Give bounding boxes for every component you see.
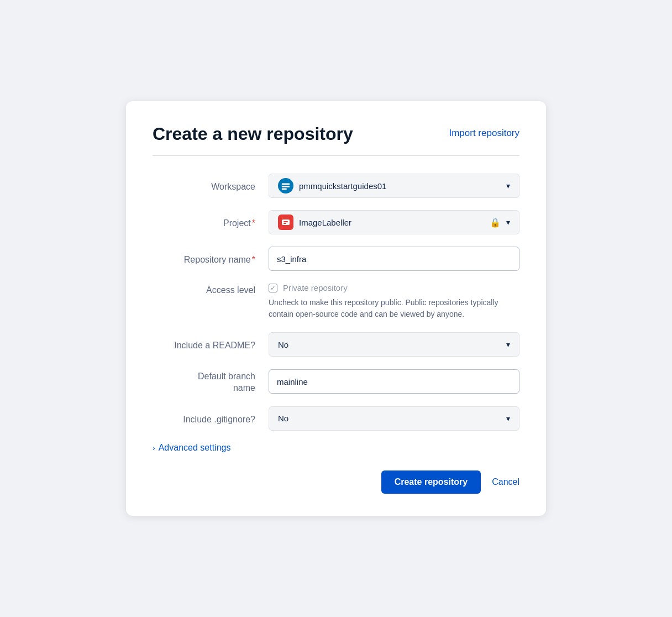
- access-level-control: ✓ Private repository Uncheck to make thi…: [269, 283, 519, 320]
- workspace-value: pmmquickstartguides01: [299, 181, 504, 191]
- private-repo-checkbox[interactable]: ✓: [269, 284, 277, 292]
- default-branch-label: Default branchname: [153, 369, 269, 394]
- svg-rect-4: [284, 221, 288, 222]
- footer-buttons: Create repository Cancel: [153, 470, 519, 494]
- workspace-select[interactable]: pmmquickstartguides01 ▾: [269, 174, 519, 198]
- svg-rect-1: [282, 186, 290, 187]
- private-repo-label: Private repository: [283, 283, 348, 292]
- cancel-button[interactable]: Cancel: [492, 477, 519, 487]
- include-gitignore-control: No ▾: [269, 406, 519, 431]
- svg-rect-5: [284, 223, 286, 224]
- repository-name-input[interactable]: [269, 247, 519, 271]
- workspace-icon: [278, 178, 293, 194]
- advanced-settings-label: Advanced settings: [159, 443, 231, 453]
- project-svg-icon: [281, 217, 291, 227]
- access-level-content: ✓ Private repository Uncheck to make thi…: [269, 283, 519, 320]
- svg-rect-2: [282, 189, 287, 190]
- include-gitignore-chevron-icon: ▾: [506, 414, 510, 423]
- default-branch-control: [269, 369, 519, 394]
- include-gitignore-select[interactable]: No ▾: [269, 406, 519, 431]
- project-icon: [278, 215, 293, 230]
- project-control: ImageLabeller 🔒 ▾: [269, 210, 519, 234]
- page-title: Create a new repository: [153, 123, 353, 144]
- access-level-inner-row: ✓ Private repository: [269, 283, 519, 292]
- create-repository-button[interactable]: Create repository: [381, 470, 481, 494]
- workspace-chevron-icon: ▾: [506, 181, 510, 190]
- project-chevron-icon: ▾: [506, 218, 510, 227]
- svg-rect-0: [282, 184, 290, 185]
- dialog-header: Create a new repository Import repositor…: [153, 123, 519, 144]
- access-description-text: Uncheck to make this repository public. …: [269, 297, 506, 320]
- workspace-control: pmmquickstartguides01 ▾: [269, 174, 519, 198]
- project-select[interactable]: ImageLabeller 🔒 ▾: [269, 210, 519, 234]
- include-readme-chevron-icon: ▾: [506, 340, 510, 349]
- access-level-row: Access level ✓ Private repository Unchec…: [153, 283, 519, 320]
- include-gitignore-row: Include .gitignore? No ▾: [153, 406, 519, 431]
- workspace-svg-icon: [281, 181, 291, 191]
- project-value: ImageLabeller: [299, 218, 490, 227]
- import-repository-link[interactable]: Import repository: [449, 123, 519, 139]
- workspace-row: Workspace pmmquickstartguides01 ▾: [153, 174, 519, 198]
- include-readme-control: No ▾: [269, 332, 519, 357]
- project-row: Project* ImageLabeller 🔒 ▾: [153, 210, 519, 234]
- include-readme-label: Include a README?: [153, 338, 269, 351]
- include-gitignore-value: No: [278, 414, 504, 423]
- header-divider: [153, 155, 519, 156]
- project-required-star: *: [252, 218, 255, 228]
- repository-name-row: Repository name*: [153, 247, 519, 271]
- advanced-settings-toggle[interactable]: › Advanced settings: [153, 443, 519, 453]
- include-readme-value: No: [278, 340, 504, 349]
- default-branch-row: Default branchname: [153, 369, 519, 394]
- project-lock-icon: 🔒: [490, 217, 501, 228]
- repo-name-required-star: *: [252, 255, 255, 264]
- create-repository-dialog: Create a new repository Import repositor…: [126, 101, 546, 516]
- access-level-label: Access level: [153, 283, 269, 295]
- project-label: Project*: [153, 216, 269, 228]
- include-readme-select[interactable]: No ▾: [269, 332, 519, 357]
- default-branch-input[interactable]: [269, 369, 519, 394]
- workspace-label: Workspace: [153, 180, 269, 192]
- include-gitignore-label: Include .gitignore?: [153, 412, 269, 425]
- advanced-settings-chevron-icon: ›: [153, 443, 155, 452]
- checkbox-check-icon: ✓: [270, 285, 276, 291]
- include-readme-row: Include a README? No ▾: [153, 332, 519, 357]
- repository-name-control: [269, 247, 519, 271]
- repository-name-label: Repository name*: [153, 253, 269, 265]
